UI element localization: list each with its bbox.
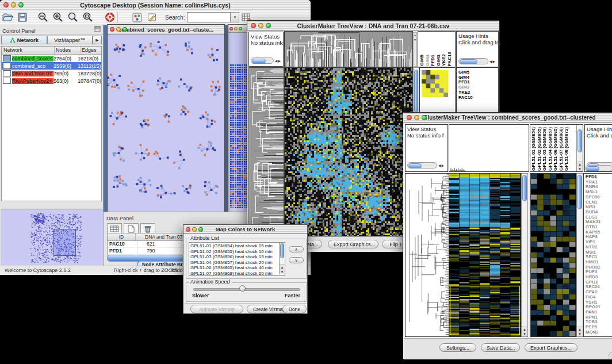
zoom-window-icon[interactable] — [422, 115, 427, 120]
done-button[interactable]: Done — [282, 305, 307, 313]
zoom-out-icon[interactable] — [36, 11, 51, 24]
attribute-list-item[interactable]: GPL51-06 (GSM865) heat shock 40 min — [190, 265, 284, 271]
tv2-save-data-button[interactable]: Save Data... — [481, 343, 520, 352]
scroll-right-icon[interactable] — [278, 59, 281, 63]
scroll-up-icon[interactable] — [577, 327, 583, 332]
minimize-icon[interactable] — [258, 23, 263, 28]
network-table-row[interactable]: combined_sco2569(6)13112(15) — [2, 62, 101, 70]
move-up-button[interactable]: ∧ — [289, 246, 304, 252]
search-input[interactable] — [187, 12, 231, 22]
column-label[interactable]: PFD1 — [431, 55, 436, 66]
minimize-icon[interactable] — [234, 27, 238, 30]
traffic-lights[interactable] — [186, 227, 203, 232]
attribute-list-item[interactable]: GPL51-07 (GSM868) heat shock 60 min — [190, 271, 284, 277]
close-icon[interactable] — [186, 227, 190, 232]
scroll-left-icon[interactable] — [275, 59, 278, 63]
move-down-button[interactable]: ∨ — [289, 257, 304, 263]
zoom-window-icon[interactable] — [266, 23, 271, 28]
traffic-lights[interactable] — [230, 27, 242, 30]
search-dropdown-button[interactable] — [231, 12, 239, 22]
scroll-down-icon[interactable] — [522, 332, 527, 336]
attribute-list-item[interactable]: GPL51-04 (GSM857) heat shock 20 min — [190, 260, 284, 266]
tv2-zoom-vscrollbar[interactable] — [576, 173, 583, 337]
network-table-row[interactable]: RNAPuberNov2+563(0)107847(0) — [2, 77, 101, 85]
close-icon[interactable] — [3, 2, 9, 7]
slider-thumb[interactable] — [239, 285, 246, 292]
tv1-usage-scrollbar[interactable] — [458, 58, 495, 64]
save-session-icon[interactable] — [15, 11, 30, 24]
scroll-left-icon[interactable] — [438, 163, 441, 168]
network-view-window[interactable]: combined_scores_good.txt--cluste... — [107, 24, 225, 214]
tv2-gene-list-hscrollbar[interactable] — [585, 165, 612, 171]
minimize-icon[interactable] — [414, 115, 419, 120]
resize-grip-icon[interactable] — [608, 352, 612, 359]
tv2-settings-button[interactable]: Settings... — [439, 343, 476, 352]
gene-label[interactable]: PAC10 — [458, 95, 498, 101]
col-header-network[interactable]: Network — [2, 47, 55, 54]
tv1-column-dendrogram[interactable] — [284, 31, 413, 67]
close-icon[interactable] — [230, 27, 233, 30]
main-title-bar[interactable]: Cytoscape Desktop (Session Name: collins… — [0, 0, 311, 10]
network-view-canvas[interactable] — [108, 35, 224, 214]
column-label[interactable]: GPL51-06 (GSM865) — [553, 127, 559, 171]
open-session-icon[interactable] — [0, 11, 15, 24]
vizmapper-icon[interactable] — [129, 11, 144, 24]
col-header-edges[interactable]: Edges — [81, 47, 101, 54]
traffic-lights[interactable] — [407, 115, 427, 120]
zoom-window-icon[interactable] — [239, 27, 242, 30]
animation-speed-slider[interactable] — [193, 288, 300, 291]
scroll-down-icon[interactable] — [414, 37, 416, 42]
help-lifering-icon[interactable] — [102, 11, 117, 24]
annotation-icon[interactable] — [144, 11, 159, 24]
scroll-up-icon[interactable] — [522, 327, 527, 332]
animate-vizmap-button[interactable]: Animate Vizmap — [190, 305, 243, 313]
tv2-row-dendrogram[interactable] — [405, 173, 449, 337]
tv2-heatmap[interactable] — [449, 173, 521, 337]
data-col-id[interactable]: ID — [108, 233, 136, 240]
tv2-export-graphics-button[interactable]: Export Graphics... — [525, 343, 577, 352]
column-label[interactable]: GPL51-03 (GSM856) — [542, 127, 548, 171]
tv2-status-scrollbar[interactable] — [407, 162, 444, 168]
attribute-list[interactable]: GPL51-01 (GSM854) heat shock 05 minGPL51… — [189, 242, 285, 276]
scroll-up-icon[interactable] — [414, 33, 416, 37]
column-label[interactable]: GIM4 — [426, 55, 431, 66]
column-label[interactable]: GIM5 — [420, 55, 425, 66]
close-icon[interactable] — [407, 115, 412, 120]
column-label[interactable]: GPL51-02 (GSM855) — [537, 127, 542, 171]
column-label[interactable]: GPL51-07 (GSM868) — [559, 127, 564, 171]
minimize-icon[interactable] — [116, 27, 121, 32]
traffic-lights[interactable] — [110, 27, 127, 32]
zoom-window-icon[interactable] — [123, 27, 127, 32]
tab-vizmapper[interactable]: VizMapper™ — [47, 36, 93, 44]
attribute-list-item[interactable]: GPL51-03 (GSM856) heat shock 15 min — [190, 254, 284, 260]
zoom-window-icon[interactable] — [198, 227, 203, 232]
tv1-status-scrollbar[interactable] — [251, 58, 281, 64]
gene-label[interactable]: MON2 — [586, 330, 612, 335]
tab-overflow-button[interactable] — [93, 36, 102, 44]
col-header-nodes[interactable]: Nodes — [55, 47, 81, 54]
control-panel-float-icon[interactable] — [94, 26, 101, 32]
tv2-zoom-heatmap[interactable] — [530, 173, 576, 337]
zoom-in-icon[interactable] — [51, 11, 66, 24]
close-icon[interactable] — [251, 23, 256, 28]
attribute-list-vscrollbar[interactable] — [279, 243, 285, 274]
tv1-dendro-scroll-arrows[interactable] — [413, 32, 417, 67]
column-label[interactable]: YKE2 — [442, 54, 447, 66]
tv1-export-graphics-button[interactable]: Export Graphics... — [328, 240, 378, 248]
zoom-window-icon[interactable] — [18, 2, 24, 7]
zoom-fit-icon[interactable] — [66, 11, 81, 24]
tv1-global-thumbnail[interactable] — [422, 70, 448, 97]
attribute-list-item[interactable]: GPL51-01 (GSM854) heat shock 05 min — [190, 243, 284, 249]
scroll-down-icon[interactable] — [280, 270, 285, 274]
network-overview-canvas[interactable] — [1, 209, 103, 265]
tv2-labels-vscrollbar[interactable] — [576, 125, 583, 171]
tv2-column-dendrogram[interactable] — [449, 124, 529, 172]
tab-network[interactable]: Network — [1, 36, 47, 44]
traffic-lights[interactable] — [3, 2, 24, 7]
column-label[interactable]: GPL51-08 (GSM872) — [564, 127, 569, 171]
network-overview-panel[interactable] — [1, 209, 103, 265]
traffic-lights[interactable] — [251, 23, 271, 28]
column-label[interactable]: GPL51-01 (GSM854) — [531, 127, 537, 171]
zoom-selected-icon[interactable] — [81, 11, 95, 24]
scroll-left-icon[interactable] — [489, 59, 492, 64]
